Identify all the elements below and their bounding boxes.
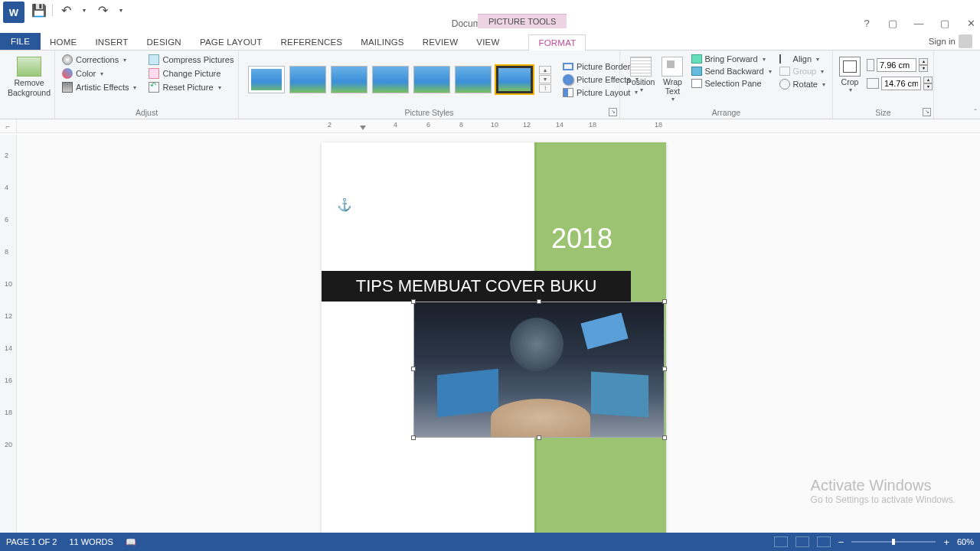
chevron-down-icon: ▾ — [821, 68, 824, 75]
zoom-out-icon[interactable]: − — [838, 536, 844, 548]
window-controls: ? ▢ — ▢ ✕ — [861, 17, 977, 29]
bring-forward-button[interactable]: Bring Forward▾ — [689, 54, 774, 64]
ribbon-display-icon[interactable]: ▢ — [887, 17, 899, 29]
selection-handle[interactable] — [537, 299, 541, 304]
style-preset-6[interactable] — [455, 66, 492, 93]
web-layout-icon[interactable] — [817, 536, 831, 547]
style-preset-2[interactable] — [289, 66, 326, 93]
gallery-up-icon[interactable]: ▴ — [539, 66, 551, 74]
tab-insert[interactable]: INSERT — [86, 34, 137, 50]
restore-icon[interactable]: ▢ — [939, 17, 951, 29]
width-up-icon[interactable]: ▴ — [923, 77, 933, 83]
help-icon[interactable]: ? — [861, 17, 873, 29]
height-down-icon[interactable]: ▾ — [919, 65, 928, 72]
collapse-ribbon-icon[interactable]: ˆ — [974, 108, 977, 117]
zoom-thumb[interactable] — [892, 539, 895, 545]
gallery-scroll: ▴ ▾ ⁞ — [539, 66, 551, 93]
read-mode-icon[interactable] — [774, 536, 788, 547]
qat-customize-icon[interactable]: ▾ — [114, 3, 128, 17]
selection-pane-button[interactable]: Selection Pane — [689, 78, 774, 89]
tab-review[interactable]: REVIEW — [413, 34, 468, 50]
proofing-icon[interactable]: 📖 — [126, 537, 136, 547]
width-icon — [867, 78, 879, 89]
tab-format[interactable]: FORMAT — [528, 34, 586, 51]
selection-handle[interactable] — [662, 367, 667, 371]
ruler-tick: 6 — [426, 121, 430, 129]
zoom-in-icon[interactable]: + — [943, 536, 949, 548]
undo-dropdown-icon[interactable]: ▾ — [77, 3, 91, 17]
gallery-down-icon[interactable]: ▾ — [539, 75, 551, 83]
ruler-tick: 4 — [394, 121, 397, 129]
reset-picture-button[interactable]: Reset Picture▾ — [146, 81, 236, 93]
ruler-tick: 18 — [655, 121, 662, 129]
document-canvas[interactable]: 2018 ⚓ TIPS MEMBUAT COVER BUKU — [17, 135, 980, 533]
globe-graphic — [510, 318, 564, 371]
chevron-down-icon: ▾ — [769, 68, 772, 75]
send-backward-button[interactable]: Send Backward▾ — [689, 66, 774, 77]
tab-view[interactable]: VIEW — [467, 34, 508, 50]
activate-title: Activate Windows — [811, 477, 956, 494]
tab-file[interactable]: FILE — [0, 33, 41, 50]
cover-title-bar[interactable]: TIPS MEMBUAT COVER BUKU — [322, 271, 631, 302]
style-preset-5[interactable] — [413, 66, 450, 93]
width-down-icon[interactable]: ▾ — [923, 83, 933, 90]
selection-handle[interactable] — [411, 299, 416, 304]
width-input[interactable] — [881, 77, 921, 90]
selection-handle[interactable] — [662, 435, 667, 440]
artistic-effects-button[interactable]: Artistic Effects▾ — [60, 81, 139, 93]
selection-handle[interactable] — [537, 435, 541, 440]
redo-icon[interactable]: ↷ — [96, 3, 109, 17]
group-label-styles: Picture Styles — [239, 108, 619, 117]
position-button[interactable]: Position ▾ — [625, 54, 656, 96]
cover-image[interactable] — [413, 302, 665, 438]
selection-handle[interactable] — [411, 435, 416, 440]
size-dialog-launcher[interactable]: ↘ — [923, 108, 931, 116]
tab-design[interactable]: DESIGN — [138, 34, 191, 50]
zoom-level[interactable]: 60% — [957, 537, 974, 546]
style-preset-7[interactable] — [496, 66, 533, 93]
tab-mailings[interactable]: MAILINGS — [351, 34, 413, 50]
avatar-icon — [959, 34, 972, 48]
reset-icon — [149, 82, 159, 93]
close-icon[interactable]: ✕ — [965, 17, 977, 29]
ruler-corner[interactable]: ⌐ — [0, 119, 17, 133]
tab-home[interactable]: HOME — [41, 34, 86, 50]
print-layout-icon[interactable] — [795, 536, 809, 547]
selection-handle[interactable] — [662, 299, 667, 304]
height-up-icon[interactable]: ▴ — [919, 58, 928, 65]
vertical-ruler[interactable]: 2 4 6 8 10 12 14 16 18 20 — [0, 135, 17, 533]
height-input[interactable] — [877, 58, 916, 72]
color-button[interactable]: Color▾ — [60, 67, 139, 80]
crop-button[interactable]: Crop ▾ — [838, 54, 862, 96]
status-words[interactable]: 11 WORDS — [69, 537, 113, 546]
wrap-text-button[interactable]: Wrap Text ▾ — [659, 54, 685, 106]
indent-marker-icon[interactable] — [360, 126, 366, 130]
chevron-down-icon: ▾ — [841, 86, 861, 93]
gallery-more-icon[interactable]: ⁞ — [539, 84, 551, 93]
zoom-slider[interactable] — [851, 541, 936, 543]
group-label-adjust: Adjust — [55, 108, 238, 117]
align-button[interactable]: Align▾ — [777, 54, 828, 64]
align-icon — [779, 54, 790, 64]
group-size: Crop ▾ ▴▾ ▴▾ Size ↘ — [833, 51, 934, 119]
styles-dialog-launcher[interactable]: ↘ — [609, 108, 617, 116]
height-field: ▴▾ — [867, 58, 933, 72]
selection-handle[interactable] — [411, 367, 416, 371]
rotate-button[interactable]: Rotate▾ — [777, 78, 828, 90]
minimize-icon[interactable]: — — [913, 17, 925, 29]
horizontal-ruler[interactable]: 2 4 6 8 10 12 14 18 18 — [17, 119, 980, 132]
tab-page-layout[interactable]: PAGE LAYOUT — [191, 34, 272, 50]
undo-icon[interactable]: ↶ — [59, 3, 73, 17]
style-preset-4[interactable] — [372, 66, 409, 93]
status-page[interactable]: PAGE 1 OF 2 — [6, 537, 57, 546]
style-preset-1[interactable] — [248, 66, 285, 93]
remove-background-button[interactable]: Remove Background — [5, 54, 54, 100]
corrections-button[interactable]: Corrections▾ — [60, 54, 139, 66]
change-picture-button[interactable]: Change Picture — [146, 67, 236, 80]
tab-references[interactable]: REFERENCES — [272, 34, 352, 50]
tablet-graphic — [591, 371, 648, 417]
compress-pictures-button[interactable]: Compress Pictures — [146, 54, 236, 66]
save-icon[interactable]: 💾 — [32, 3, 46, 17]
sign-in[interactable]: Sign in — [929, 34, 972, 48]
style-preset-3[interactable] — [331, 66, 368, 93]
